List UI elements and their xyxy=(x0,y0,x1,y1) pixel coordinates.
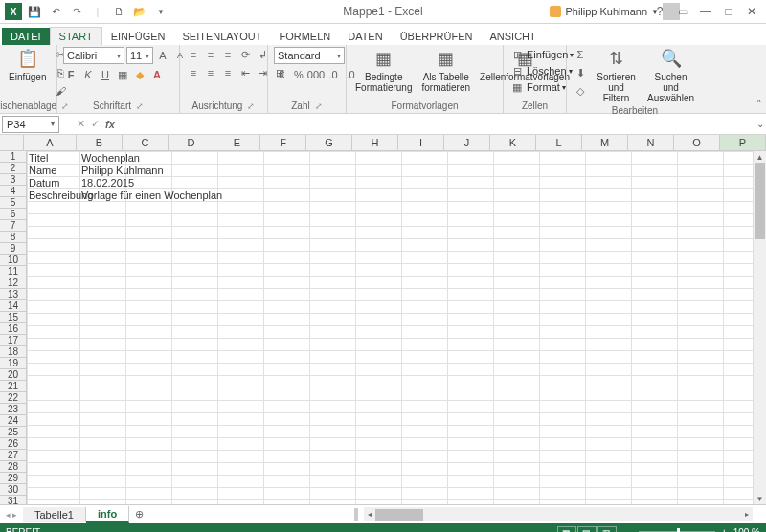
increase-decimal-icon[interactable]: .0 xyxy=(326,67,341,82)
name-box[interactable]: P34▾ xyxy=(2,116,59,133)
cell-A3[interactable]: Datum xyxy=(27,176,61,188)
row-header-19[interactable]: 19 xyxy=(0,358,27,369)
row-header-16[interactable]: 16 xyxy=(0,323,27,335)
align-middle-icon[interactable]: ≡ xyxy=(203,47,218,62)
row-header-12[interactable]: 12 xyxy=(0,277,27,289)
horizontal-scrollbar[interactable]: ◂ ▸ xyxy=(364,507,753,521)
scroll-right-icon[interactable]: ▸ xyxy=(741,510,753,519)
row-header-10[interactable]: 10 xyxy=(0,255,27,266)
row-header-26[interactable]: 26 xyxy=(0,438,27,450)
col-header-K[interactable]: K xyxy=(490,135,536,150)
help-icon[interactable]: ? xyxy=(649,3,670,20)
sort-filter-button[interactable]: ⇅Sortieren und Filtern xyxy=(592,47,641,105)
font-name-combo[interactable]: Calibri▾ xyxy=(63,47,124,64)
paste-button[interactable]: 📋 Einfügen xyxy=(6,47,49,84)
align-top-icon[interactable]: ≡ xyxy=(186,47,201,62)
close-icon[interactable]: ✕ xyxy=(741,3,762,20)
row-header-2[interactable]: 2 xyxy=(0,163,27,174)
row-header-7[interactable]: 7 xyxy=(0,220,27,232)
view-pagebreak-icon[interactable]: ▥ xyxy=(597,526,617,533)
fill-icon[interactable]: ⬇ xyxy=(573,65,588,80)
fx-icon[interactable]: fx xyxy=(105,119,115,130)
view-normal-icon[interactable]: ▦ xyxy=(557,526,576,533)
cancel-formula-icon[interactable]: ✕ xyxy=(77,118,85,130)
col-header-F[interactable]: F xyxy=(260,135,306,150)
row-header-21[interactable]: 21 xyxy=(0,381,27,392)
save-icon[interactable]: 💾 xyxy=(25,2,44,21)
autosum-icon[interactable]: Σ xyxy=(573,47,588,62)
row-header-20[interactable]: 20 xyxy=(0,369,27,381)
tab-insert[interactable]: EINFÜGEN xyxy=(102,28,174,45)
col-header-O[interactable]: O xyxy=(674,135,720,150)
cell-B2[interactable]: Philipp Kuhlmann xyxy=(79,164,166,176)
conditional-formatting-button[interactable]: ▦Bedingte Formatierung xyxy=(352,47,415,95)
col-header-B[interactable]: B xyxy=(77,135,123,150)
row-header-3[interactable]: 3 xyxy=(0,174,27,186)
row-header-11[interactable]: 11 xyxy=(0,266,27,277)
number-format-combo[interactable]: Standard▾ xyxy=(274,47,345,64)
delete-cells-button[interactable]: ⊟Löschen▾ xyxy=(509,63,573,78)
collapse-ribbon-icon[interactable]: ˄ xyxy=(756,99,762,111)
number-launcher-icon[interactable]: ⤢ xyxy=(315,101,323,111)
undo-icon[interactable]: ↶ xyxy=(46,2,65,21)
accounting-icon[interactable]: € xyxy=(274,67,289,82)
maximize-icon[interactable]: □ xyxy=(718,3,739,20)
col-header-M[interactable]: M xyxy=(582,135,628,150)
hscroll-thumb[interactable] xyxy=(375,509,423,521)
sheet-tab-tabelle1[interactable]: Tabelle1 xyxy=(23,507,86,522)
format-as-table-button[interactable]: ▦Als Tabelle formatieren xyxy=(418,47,473,95)
decrease-indent-icon[interactable]: ⇤ xyxy=(237,65,253,80)
font-launcher-icon[interactable]: ⤢ xyxy=(136,101,144,111)
cell-A2[interactable]: Name xyxy=(27,164,58,176)
scroll-up-icon[interactable]: ▲ xyxy=(754,151,766,163)
row-header-31[interactable]: 31 xyxy=(0,496,27,504)
enter-formula-icon[interactable]: ✓ xyxy=(91,118,100,130)
col-header-D[interactable]: D xyxy=(169,135,214,150)
col-header-A[interactable]: A xyxy=(24,135,77,150)
row-header-25[interactable]: 25 xyxy=(0,427,27,438)
font-size-combo[interactable]: 11▾ xyxy=(126,47,153,64)
sheet-tab-info[interactable]: info xyxy=(86,506,129,523)
underline-icon[interactable]: U xyxy=(98,67,113,82)
row-header-13[interactable]: 13 xyxy=(0,289,27,300)
row-header-18[interactable]: 18 xyxy=(0,346,27,358)
format-cells-button[interactable]: ▦Format▾ xyxy=(509,79,566,95)
expand-formula-bar-icon[interactable]: ⌄ xyxy=(756,119,764,129)
cell-A1[interactable]: Titel xyxy=(27,151,50,164)
scroll-down-icon[interactable]: ▼ xyxy=(754,493,766,504)
tab-review[interactable]: ÜBERPRÜFEN xyxy=(392,28,482,45)
font-color-icon[interactable]: A xyxy=(149,67,165,82)
tab-data[interactable]: DATEN xyxy=(339,28,391,45)
select-all-corner[interactable] xyxy=(0,135,24,150)
vscroll-thumb[interactable] xyxy=(755,163,765,239)
row-header-28[interactable]: 28 xyxy=(0,461,27,473)
formula-bar[interactable] xyxy=(121,116,753,133)
align-center-icon[interactable]: ≡ xyxy=(203,65,218,80)
fill-color-icon[interactable]: ◆ xyxy=(132,67,147,82)
row-header-8[interactable]: 8 xyxy=(0,232,27,243)
zoom-out-icon[interactable]: − xyxy=(626,526,633,533)
tab-file[interactable]: DATEI xyxy=(2,28,50,45)
row-header-24[interactable]: 24 xyxy=(0,415,27,427)
row-header-29[interactable]: 29 xyxy=(0,473,27,484)
col-header-G[interactable]: G xyxy=(306,135,352,150)
bold-icon[interactable]: F xyxy=(63,67,79,82)
col-header-P[interactable]: P xyxy=(720,135,766,150)
row-header-22[interactable]: 22 xyxy=(0,392,27,404)
row-header-15[interactable]: 15 xyxy=(0,312,27,323)
border-icon[interactable]: ▦ xyxy=(115,67,130,82)
cell-B4[interactable]: Vorlage für einen Wochenplan xyxy=(79,188,224,201)
row-header-17[interactable]: 17 xyxy=(0,335,27,346)
cell-B3[interactable]: 18.02.2015 xyxy=(79,176,136,188)
view-pagelayout-icon[interactable]: ▤ xyxy=(577,526,597,533)
italic-icon[interactable]: K xyxy=(80,67,96,82)
new-file-icon[interactable]: 🗋 xyxy=(109,2,128,21)
row-header-30[interactable]: 30 xyxy=(0,484,27,496)
add-sheet-icon[interactable]: ⊕ xyxy=(129,508,148,521)
sheet-nav-first-icon[interactable]: ◂ xyxy=(6,510,11,520)
find-select-button[interactable]: 🔍Suchen und Auswählen xyxy=(644,47,697,105)
excel-app-icon[interactable]: X xyxy=(4,2,23,21)
row-header-27[interactable]: 27 xyxy=(0,450,27,461)
row-header-1[interactable]: 1 xyxy=(0,151,27,163)
tab-start[interactable]: START xyxy=(50,27,102,45)
